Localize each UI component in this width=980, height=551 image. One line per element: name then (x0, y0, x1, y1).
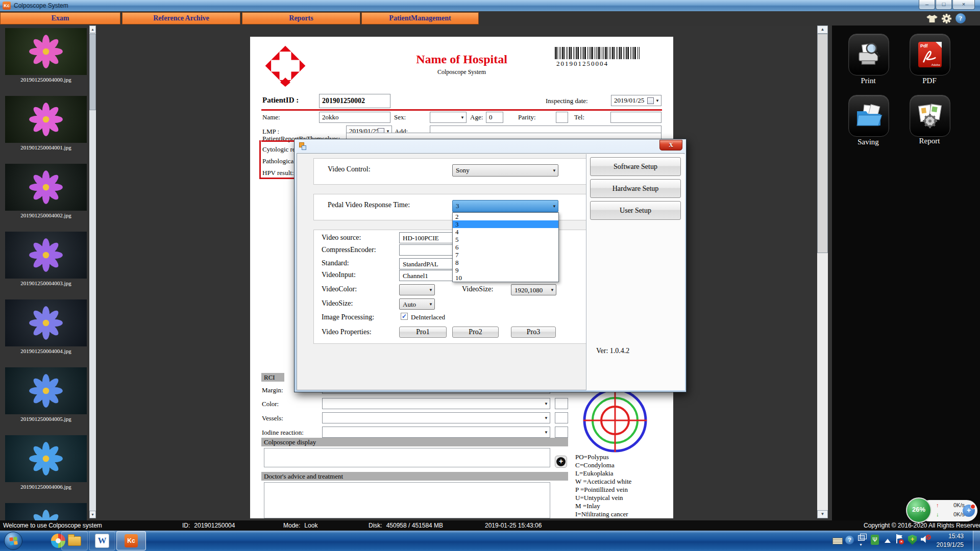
chevron-down-icon[interactable]: ▼ (429, 302, 433, 307)
print-button[interactable] (848, 34, 889, 76)
vessels-select[interactable]: ▼ (322, 412, 550, 423)
name-field[interactable]: 2okko (319, 112, 390, 123)
pro2-button[interactable]: Pro2 (452, 327, 499, 338)
scroll-down-icon[interactable]: ▼ (817, 510, 828, 518)
close-button[interactable]: × (952, 0, 975, 10)
list-item[interactable]: 2 (453, 213, 558, 220)
video-size-right-select[interactable]: 1920,1080 ▼ (511, 284, 556, 295)
chevron-down-icon[interactable]: ▼ (429, 288, 433, 292)
thumbnail-image[interactable] (5, 28, 87, 75)
add-button[interactable]: + (555, 456, 567, 468)
list-item[interactable]: 9 (453, 266, 558, 274)
color-select[interactable]: ▼ (322, 398, 550, 409)
deinterlaced-checkbox[interactable]: ✓ (401, 313, 408, 320)
thumbnail-item[interactable]: 201901250004000.jpg (5, 28, 87, 83)
security-app-icon[interactable]: + (963, 505, 975, 517)
patient-id-field[interactable]: 201901250002 (319, 94, 390, 108)
thumbnail-item[interactable]: 201901250004005.jpg (5, 367, 87, 422)
thumbnail-item[interactable]: 201901250004004.jpg (5, 299, 87, 354)
pdf-button[interactable]: Pdf Adobe (910, 34, 950, 76)
video-control-select[interactable]: Sony ▼ (452, 164, 558, 177)
chevron-down-icon[interactable]: ▼ (460, 115, 464, 120)
tab-reports[interactable]: Reports (242, 12, 360, 24)
hardware-setup-button[interactable]: Hardware Setup (590, 179, 681, 198)
tel-field[interactable] (610, 112, 662, 123)
inspecting-date-picker[interactable]: 2019/01/25 ▼ (611, 95, 662, 106)
action-center-flag-icon[interactable]: × (896, 534, 903, 545)
video-size-select[interactable]: Auto ▼ (399, 298, 435, 310)
thumbnail-item[interactable]: 201901250004006.jpg (5, 435, 87, 490)
tab-patient-management[interactable]: PatientManagement (361, 12, 479, 24)
restore-window-tray-icon[interactable] (858, 535, 865, 541)
show-desktop-button[interactable] (973, 531, 980, 551)
help-icon[interactable]: ? (955, 13, 966, 23)
taskbar-clock[interactable]: 15:43 2019/1/25 (929, 532, 964, 549)
tab-reference-archive[interactable]: Reference Archive (122, 12, 240, 24)
main-scrollbar-thumb[interactable] (817, 34, 828, 253)
list-item[interactable]: 7 (453, 251, 558, 259)
muted-speaker-icon[interactable] (921, 536, 929, 543)
keyboard-tray-icon[interactable] (832, 538, 843, 544)
chevron-down-icon[interactable]: ▼ (544, 416, 548, 420)
minimize-button[interactable]: – (919, 0, 935, 10)
memory-percent-badge[interactable]: 26% (906, 497, 932, 523)
thumbnail-item[interactable]: 201901250004001.jpg (5, 96, 87, 151)
doctors-advice-textarea[interactable] (264, 482, 550, 518)
thumbnail-image[interactable] (5, 164, 87, 211)
chevron-down-icon[interactable]: ▼ (552, 204, 556, 209)
dialog-close-button[interactable]: X (659, 140, 682, 151)
taskbar-explorer-button[interactable] (61, 531, 88, 550)
chevron-down-icon[interactable]: ▼ (544, 430, 548, 435)
taskbar-colposcope-button[interactable]: Kc (116, 531, 146, 550)
chevron-down-icon[interactable]: ▼ (550, 288, 554, 292)
thumbnail-image[interactable] (5, 232, 87, 279)
start-button[interactable] (4, 532, 22, 550)
sidebar-scrollbar-thumb[interactable] (89, 34, 96, 110)
sex-select[interactable]: ▼ (430, 112, 467, 123)
pedal-response-select[interactable]: 3 ▼ (452, 200, 558, 212)
thumbnail-item[interactable]: 201901250004003.jpg (5, 232, 87, 286)
parity-field[interactable] (556, 112, 568, 123)
software-setup-button[interactable]: Software Setup (590, 157, 681, 176)
chevron-down-icon[interactable]: ▼ (859, 543, 863, 546)
pro3-button[interactable]: Pro3 (511, 327, 556, 338)
list-item[interactable]: 10 (453, 274, 558, 282)
list-item[interactable]: 4 (453, 228, 558, 236)
color-extra-box[interactable] (555, 398, 568, 409)
scroll-up-icon[interactable]: ▲ (817, 26, 828, 34)
scroll-down-icon[interactable]: ▼ (89, 511, 96, 518)
user-setup-button[interactable]: User Setup (590, 201, 681, 220)
colposcope-display-textarea[interactable] (264, 448, 550, 467)
antivirus-shield-icon[interactable]: + (908, 535, 917, 545)
list-item[interactable]: 6 (453, 243, 558, 251)
tab-exam[interactable]: Exam (0, 12, 120, 24)
show-hidden-icons-arrow[interactable] (885, 539, 891, 543)
age-field[interactable]: 0 (486, 112, 503, 123)
video-color-select[interactable]: ▼ (399, 284, 435, 295)
scroll-up-icon[interactable]: ▲ (89, 26, 96, 33)
saving-button[interactable] (848, 95, 889, 137)
taskbar-word-button[interactable]: W (89, 531, 115, 550)
thumbnail-image[interactable] (5, 299, 87, 346)
chevron-down-icon[interactable]: ▼ (655, 98, 659, 103)
chevron-down-icon[interactable]: ▼ (544, 402, 548, 406)
vessels-extra-box[interactable] (555, 412, 568, 423)
list-item: U=Untypical vein (575, 494, 631, 502)
thumbnail-item[interactable]: 201901250004002.jpg (5, 164, 87, 218)
thumbnail-image[interactable] (5, 435, 87, 482)
list-item[interactable]: 8 (453, 259, 558, 266)
pro1-button[interactable]: Pro1 (399, 327, 447, 338)
iodine-select[interactable]: ▼ (322, 427, 550, 438)
gear-icon[interactable] (941, 13, 952, 24)
thumbnail-image[interactable] (5, 367, 87, 414)
shirt-icon[interactable] (925, 14, 939, 23)
help-tray-icon[interactable]: ? (845, 536, 854, 544)
chevron-down-icon[interactable]: ▼ (552, 168, 556, 173)
maximize-button[interactable]: □ (936, 0, 952, 10)
report-button[interactable] (910, 95, 950, 137)
thumbnail-image[interactable] (5, 96, 87, 143)
iodine-extra-box[interactable] (555, 427, 568, 438)
usb-tray-icon[interactable]: Ψ (871, 535, 879, 545)
list-item[interactable]: 3 (453, 220, 558, 228)
list-item[interactable]: 5 (453, 236, 558, 243)
